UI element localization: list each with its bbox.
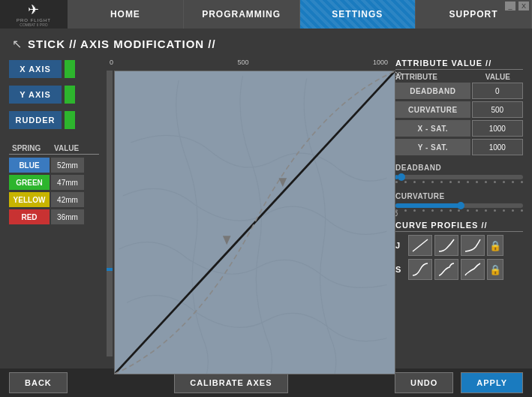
attr-row-xsat: X - SAT. 1000 — [395, 120, 523, 137]
spring-green[interactable]: GREEN — [9, 175, 50, 190]
spring-table: SPRING VALUE BLUE 52mm GREEN 47mm YELLOW… — [9, 144, 99, 227]
curve-s-icon3 — [464, 262, 482, 277]
cursor-icon: ↖ — [12, 37, 22, 51]
slider-dot — [440, 209, 443, 212]
spring-col-header: SPRING — [9, 144, 50, 152]
slider-dot — [413, 209, 416, 212]
apply-button[interactable]: APPLY — [461, 372, 523, 393]
spring-yellow-value: 42mm — [51, 192, 84, 207]
attr-deadband-name: DEADBAND — [395, 83, 470, 99]
curvature-slider[interactable] — [395, 203, 523, 208]
curve-profiles-title: CURVE PROFILES // — [395, 221, 523, 232]
tab-home[interactable]: HOME — [68, 0, 184, 29]
slider-dot — [521, 181, 523, 183]
deadband-dots — [395, 181, 523, 183]
window-controls: _ X — [505, 2, 529, 11]
attr-xsat-name: X - SAT. — [395, 120, 470, 137]
tab-settings[interactable]: SETTINGS — [300, 0, 416, 29]
svg-line-4 — [413, 239, 428, 251]
slider-dot — [476, 209, 478, 212]
y-axis-button[interactable]: Y AXIS — [9, 86, 62, 104]
curve-s-btn3[interactable] — [461, 259, 485, 280]
graph-background-svg — [115, 71, 395, 374]
spring-row-red: RED 36mm — [9, 209, 99, 224]
attr-ysat-value[interactable]: 1000 — [472, 139, 523, 155]
main-content: X AXIS Y AXIS RUDDER SPRING VALUE BLUE 5… — [0, 59, 532, 368]
slider-dot — [485, 209, 487, 212]
curve-s-lock[interactable]: 🔒 — [487, 259, 503, 280]
value-col-header: VALUE — [51, 144, 84, 152]
y-ruler-indicator — [107, 268, 113, 271]
slider-dot — [494, 181, 496, 183]
calibrate-button[interactable]: CALIBRATE AXES — [174, 372, 287, 393]
slider-dot — [521, 209, 523, 212]
tab-programming[interactable]: PROGRAMMING — [184, 0, 300, 29]
right-panel: ATTRIBUTE VALUE // ATTRIBUTE VALUE DEADB… — [395, 59, 523, 362]
curve-s-btn1[interactable] — [408, 259, 432, 280]
graph-canvas — [114, 71, 395, 374]
back-button[interactable]: BACK — [9, 372, 68, 393]
curve-j-icon1 — [411, 238, 429, 253]
spring-red-value: 36mm — [51, 209, 84, 224]
spring-red[interactable]: RED — [9, 209, 50, 224]
spring-table-header: SPRING VALUE — [9, 144, 99, 152]
curve-row-s: S — [395, 259, 523, 280]
spring-row-yellow: YELLOW 42mm — [9, 192, 99, 207]
curve-j-icon2 — [437, 238, 455, 253]
curvature-thumb[interactable] — [457, 202, 464, 209]
spring-yellow[interactable]: YELLOW — [9, 192, 50, 207]
spring-row-blue: BLUE 52mm — [9, 158, 99, 173]
graph-area: 0 500 1000 1000 500 0 — [107, 59, 388, 362]
attr-deadband-value[interactable]: 0 — [472, 83, 523, 99]
slider-dot — [494, 209, 496, 212]
attr-row-deadband: DEADBAND 0 — [395, 83, 523, 99]
slider-dot — [413, 181, 416, 183]
spring-row-green: GREEN 47mm — [9, 175, 99, 190]
curve-row-j: J — [395, 235, 523, 256]
slider-dot — [503, 181, 505, 183]
undo-button[interactable]: UNDO — [395, 372, 453, 393]
attr-row-ysat: Y - SAT. 1000 — [395, 139, 523, 155]
rudder-button-row: RUDDER — [9, 110, 99, 131]
slider-dot — [467, 209, 469, 212]
logo-area: ✈ PRO FLIGHT COMBAT II PRO — [0, 0, 68, 30]
x-axis-labels: 0 500 1000 — [110, 59, 388, 66]
curve-profiles: J — [395, 235, 523, 280]
curvature-fill — [395, 203, 459, 208]
slider-dot — [467, 181, 469, 183]
attribute-value-title: ATTRIBUTE VALUE // — [395, 59, 523, 70]
minimize-button[interactable]: _ — [505, 2, 515, 11]
curve-j-lock[interactable]: 🔒 — [487, 235, 503, 256]
rudder-button[interactable]: RUDDER — [9, 111, 62, 129]
curve-s-btn2[interactable] — [434, 259, 458, 280]
slider-dot — [431, 209, 434, 212]
spring-blue-value: 52mm — [51, 158, 84, 173]
curve-s-icon1 — [411, 262, 429, 277]
slider-dot — [512, 209, 514, 212]
top-bar: ✈ PRO FLIGHT COMBAT II PRO HOME PROGRAMM… — [0, 0, 532, 29]
attr-table: ATTRIBUTE VALUE DEADBAND 0 CURVATURE 500… — [395, 73, 523, 155]
app-subtitle: COMBAT II PRO — [20, 23, 47, 27]
curve-j-btn1[interactable] — [408, 235, 432, 256]
deadband-slider[interactable] — [395, 175, 523, 179]
left-panel: X AXIS Y AXIS RUDDER SPRING VALUE BLUE 5… — [9, 59, 99, 362]
x-label-1000: 1000 — [373, 59, 388, 66]
curvature-section: CURVATURE — [395, 192, 523, 212]
deadband-thumb[interactable] — [398, 173, 405, 181]
spring-blue[interactable]: BLUE — [9, 158, 50, 173]
curve-j-btn2[interactable] — [434, 235, 458, 256]
attr-xsat-value[interactable]: 1000 — [472, 120, 523, 137]
curve-j-icon3 — [464, 238, 482, 253]
curve-j-btn3[interactable] — [461, 235, 485, 256]
x-axis-button[interactable]: X AXIS — [9, 60, 62, 78]
nav-tabs: HOME PROGRAMMING SETTINGS SUPPORT — [68, 0, 532, 29]
slider-dot — [440, 181, 443, 183]
attr-curvature-value[interactable]: 500 — [472, 101, 523, 118]
y-axis-button-row: Y AXIS — [9, 84, 99, 105]
slider-dot — [476, 181, 478, 183]
close-button[interactable]: X — [518, 2, 529, 11]
slider-dot — [449, 181, 452, 183]
slider-dot — [422, 181, 425, 183]
slider-dot — [404, 209, 407, 212]
curvature-label: CURVATURE — [395, 192, 523, 200]
